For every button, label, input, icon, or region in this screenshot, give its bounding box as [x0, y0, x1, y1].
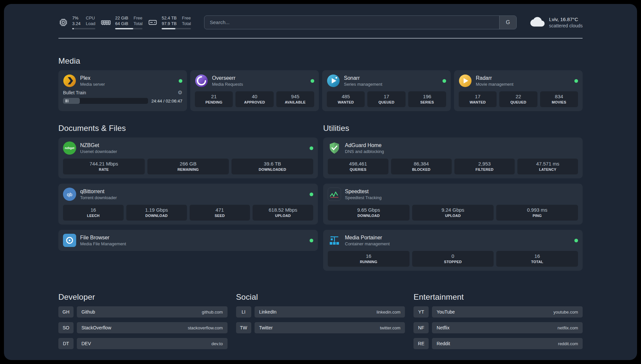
bookmark-url: youtube.com	[554, 310, 578, 315]
bookmark-github[interactable]: GH Github github.com	[58, 306, 228, 318]
now-playing-title: Bullet Train	[63, 90, 86, 95]
stat-stopped: 0 STOPPED	[412, 251, 494, 267]
stat-total: 16 TOTAL	[496, 251, 578, 267]
cpu-load-label: Load	[86, 21, 95, 26]
stat-upload: 618.52 Mbps UPLOAD	[253, 205, 313, 221]
playback-progress-bar[interactable]	[63, 98, 148, 104]
stat-wanted: 485 WANTED	[327, 91, 365, 107]
bookmark-linkedin[interactable]: LI LinkedIn linkedin.com	[236, 306, 405, 318]
app-name: AdGuard Home	[345, 142, 384, 149]
app-name: File Browser	[80, 234, 126, 241]
bookmark-twitter[interactable]: TW Twitter twitter.com	[236, 322, 405, 333]
app-desc: Media Requests	[212, 81, 243, 87]
cpu-bar	[72, 28, 95, 29]
stat-remaining: 266 GB REMAINING	[147, 159, 229, 174]
social-title: Social	[236, 292, 405, 302]
memory-widget: 22 GiB 64 GiB Free Total	[101, 15, 142, 29]
disk-widget: 52.4 TB 97.9 TB Free Total	[148, 15, 191, 29]
radarr-icon	[459, 74, 472, 87]
app-desc: Movie management	[476, 81, 513, 87]
bookmark-abbr: YT	[413, 306, 429, 318]
developer-title: Developer	[58, 292, 228, 302]
stat-wanted: 17 WANTED	[459, 91, 497, 107]
card-overseerr[interactable]: Overseerr Media Requests 21 PENDING 40 A…	[190, 70, 319, 111]
bookmark-url: dev.to	[211, 341, 223, 346]
stat-queued: 22 QUEUED	[499, 91, 537, 107]
app-desc: DNS and adblocking	[345, 149, 384, 154]
memory-free: 22 GiB	[115, 15, 128, 21]
bookmark-reddit[interactable]: RE Reddit reddit.com	[413, 338, 583, 349]
cpu-icon	[58, 17, 68, 27]
pause-icon[interactable]	[66, 100, 68, 103]
memory-free-label: Free	[134, 15, 142, 21]
cpu-label: CPU	[86, 15, 95, 21]
speedtest-icon	[328, 188, 341, 201]
disk-free-label: Free	[182, 15, 191, 21]
bookmark-dev[interactable]: DT DEV dev.to	[58, 338, 228, 349]
app-desc: Usenet downloader	[80, 149, 117, 154]
memory-total-label: Total	[134, 21, 142, 26]
status-dot	[310, 193, 313, 196]
card-speedtest[interactable]: Speedtest Speedtest Tracking 9.65 Gbps D…	[323, 184, 583, 225]
disk-icon	[148, 17, 158, 27]
bookmark-abbr: GH	[58, 306, 74, 318]
memory-icon	[101, 17, 111, 28]
stat-pending: 21 PENDING	[195, 91, 233, 107]
weather-location: Lviv, 16.87°C	[549, 16, 583, 23]
app-name: Overseerr	[212, 75, 243, 81]
bookmark-youtube[interactable]: YT YouTube youtube.com	[413, 306, 583, 318]
search-bar: G	[204, 15, 517, 29]
utilities-title: Utilities	[323, 124, 583, 133]
app-desc: Container management	[345, 241, 390, 247]
app-desc: Series management	[344, 81, 382, 87]
app-desc: Speedtest Tracking	[345, 195, 382, 200]
cpu-widget: 7% 3.24 CPU Load	[58, 15, 95, 29]
section-media: Media Plex Media server	[58, 56, 583, 111]
search-input[interactable]	[204, 16, 499, 29]
qbittorrent-icon: qb	[63, 188, 76, 201]
status-dot	[310, 146, 313, 150]
card-nzbget[interactable]: nzbget NZBGet Usenet downloader 744.21 M…	[58, 137, 318, 178]
stat-download: 1.19 Gbps DOWNLOAD	[126, 205, 187, 221]
stat-ping: 0.993 ms PING	[496, 205, 578, 221]
plex-icon	[63, 74, 76, 87]
stat-queries: 498,461 QUERIES	[328, 159, 388, 174]
overseerr-icon	[195, 74, 208, 87]
bookmark-abbr: NF	[413, 322, 429, 333]
card-radarr[interactable]: Radarr Movie management 17 WANTED 22 QUE…	[454, 70, 583, 111]
disk-free: 52.4 TB	[162, 15, 176, 21]
stat-approved: 40 APPROVED	[235, 91, 273, 107]
sonarr-icon	[327, 74, 340, 87]
app-desc: Media server	[80, 81, 105, 87]
bookmark-abbr: DT	[58, 338, 74, 349]
top-bar: 7% 3.24 CPU Load	[58, 15, 583, 29]
search-provider-button[interactable]: G	[499, 16, 516, 29]
portainer-icon	[328, 234, 341, 247]
app-name: Sonarr	[344, 75, 382, 81]
stat-running: 16 RUNNING	[328, 251, 410, 267]
settings-gear-icon[interactable]: ⚙	[178, 90, 182, 95]
weather-condition: scattered clouds	[549, 23, 583, 29]
card-adguard[interactable]: AdGuard Home DNS and adblocking 498,461 …	[323, 137, 583, 178]
card-filebrowser[interactable]: File Browser Media File Management	[58, 230, 318, 251]
app-name: Media Portainer	[345, 234, 390, 241]
card-portainer[interactable]: Media Portainer Container management 16 …	[323, 230, 583, 271]
bookmark-abbr: LI	[236, 306, 251, 318]
app-name: Radarr	[476, 75, 513, 81]
card-qbittorrent[interactable]: qb qBittorrent Torrent downloader 16 LEE…	[58, 184, 318, 225]
stat-blocked: 86,384 BLOCKED	[391, 159, 452, 174]
stat-downloaded: 39.6 TB DOWNLOADED	[231, 159, 313, 174]
card-sonarr[interactable]: Sonarr Series management 485 WANTED 17 Q…	[322, 70, 451, 111]
media-title: Media	[58, 56, 583, 66]
bookmark-stackoverflow[interactable]: SO StackOverflow stackoverflow.com	[58, 322, 228, 333]
header-divider	[58, 38, 583, 39]
status-dot	[310, 239, 313, 242]
bookmark-netflix[interactable]: NF Netflix netflix.com	[413, 322, 583, 333]
bookmark-url: github.com	[202, 310, 223, 315]
nzbget-icon: nzbget	[63, 141, 76, 155]
card-plex[interactable]: Plex Media server Bullet Train ⚙ 24:44 /…	[58, 70, 187, 111]
app-desc: Torrent downloader	[80, 195, 117, 200]
bookmark-abbr: RE	[413, 338, 429, 349]
section-documents: Documents & Files nzbget NZBGet Usenet d…	[58, 124, 318, 271]
bookmark-name: LinkedIn	[259, 309, 277, 315]
